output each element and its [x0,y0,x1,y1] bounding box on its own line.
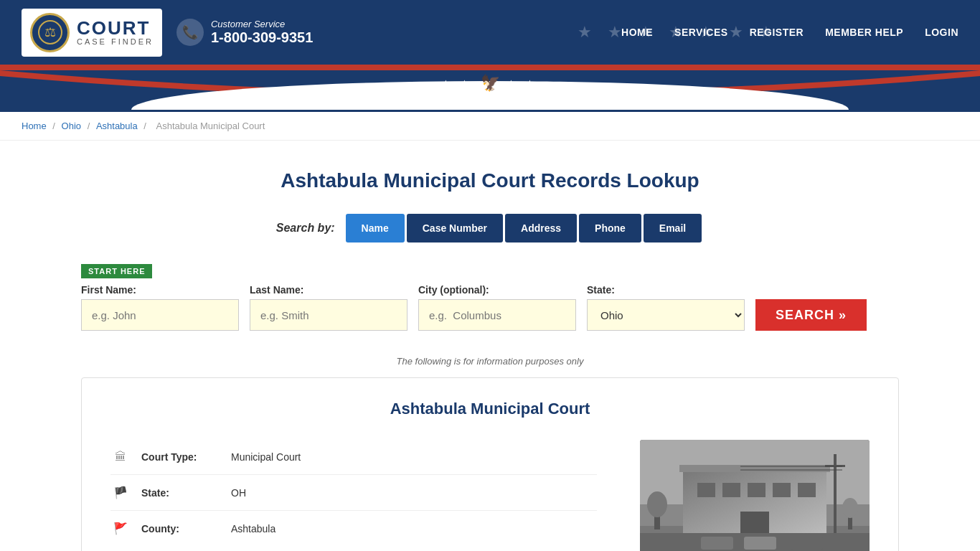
court-county-icon: 🚩 [110,522,131,535]
svg-rect-9 [697,483,715,497]
state-select[interactable]: Ohio Alabama Alaska Arizona California F… [587,299,745,331]
tab-address[interactable]: Address [505,214,577,242]
first-name-label: First Name: [81,284,239,296]
court-type-icon: 🏛 [110,451,131,463]
logo-emblem-svg: ⚖ [37,19,63,45]
stars-right: ★ ★ [507,78,538,88]
breadcrumb-home[interactable]: Home [22,121,47,131]
svg-rect-13 [798,483,816,497]
last-name-group: Last Name: [250,284,407,331]
breadcrumb: Home / Ohio / Ashtabula / Ashtabula Muni… [0,112,980,141]
court-details: 🏛 Court Type: Municipal Court 🏴 State: O… [110,440,870,551]
page-title: Ashtabula Municipal Court Records Lookup [81,169,899,192]
court-image [640,440,870,551]
court-county-label: County: [141,523,220,534]
logo[interactable]: ⚖ COURT CASE FINDER [22,9,162,57]
breadcrumb-ohio[interactable]: Ohio [62,121,81,131]
court-state-row: 🏴 State: OH [110,475,597,511]
court-building-svg [640,440,870,551]
court-county-row: 🚩 County: Ashtabula [110,511,597,546]
court-details-left: 🏛 Court Type: Municipal Court 🏴 State: O… [110,440,597,551]
state-label: State: [587,284,745,296]
search-by-label: Search by: [276,222,335,235]
svg-text:⚖: ⚖ [44,25,56,39]
city-input[interactable] [418,299,576,331]
breadcrumb-ashtabula[interactable]: Ashtabula [96,121,138,131]
breadcrumb-sep-2: / [88,121,93,131]
nav-login[interactable]: LOGIN [925,27,958,38]
search-form: START HERE First Name: Last Name: City (… [81,257,899,345]
site-header: ★ ★ ★ ★ ★ ★ ★ ⚖ COURT CASE FINDER 📞 Cust… [0,0,980,65]
last-name-label: Last Name: [250,284,407,296]
court-county-value: Ashtabula [231,523,275,534]
court-info-title: Ashtabula Municipal Court [110,400,870,418]
court-state-label: State: [141,487,220,499]
eagle-icon: 🦅 [481,74,500,93]
logo-text: COURT CASE FINDER [77,19,154,46]
svg-rect-10 [722,483,740,497]
tab-phone[interactable]: Phone [579,214,641,242]
court-info-box: Ashtabula Municipal Court 🏛 Court Type: … [81,377,899,551]
svg-rect-11 [748,483,765,497]
court-state-value: OH [231,487,246,499]
start-here-badge: START HERE [81,264,152,278]
logo-title: COURT [77,19,154,37]
header-stars-decoration: ★ ★ ★ ★ ★ ★ ★ [578,0,779,65]
svg-point-21 [647,491,667,517]
nav-member-help[interactable]: MEMBER HELP [825,27,903,38]
logo-subtitle: CASE FINDER [77,37,154,46]
cs-phone: 1-800-309-9351 [211,29,313,46]
header-left: ⚖ COURT CASE FINDER 📞 Customer Service 1… [22,9,313,57]
city-group: City (optional): [418,284,576,331]
tab-email[interactable]: Email [644,214,702,242]
info-note: The following is for information purpose… [81,356,899,367]
logo-emblem: ⚖ [30,13,70,52]
svg-rect-12 [773,483,791,497]
court-type-row: 🏛 Court Type: Municipal Court [110,440,597,475]
city-label: City (optional): [418,284,576,296]
last-name-input[interactable] [250,299,407,331]
search-button[interactable]: SEARCH » [755,299,867,331]
state-group: State: Ohio Alabama Alaska Arizona Calif… [587,284,745,331]
cs-label: Customer Service [211,19,313,29]
stars-left: ★ ★ [442,78,473,88]
breadcrumb-current: Ashtabula Municipal Court [156,121,265,131]
red-strip [0,65,980,70]
eagle-banner: ★ ★ 🦅 ★ ★ [442,74,538,93]
main-content: Ashtabula Municipal Court Records Lookup… [60,141,920,551]
court-type-label: Court Type: [141,451,220,463]
first-name-input[interactable] [81,299,239,331]
phone-icon: 📞 [176,19,204,46]
tab-case-number[interactable]: Case Number [407,214,503,242]
customer-service: 📞 Customer Service 1-800-309-9351 [176,19,313,46]
svg-rect-25 [744,537,776,550]
svg-point-23 [842,498,858,518]
svg-rect-26 [791,537,823,550]
court-state-icon: 🏴 [110,486,131,499]
svg-rect-15 [740,512,769,533]
breadcrumb-sep-3: / [143,121,149,131]
search-tabs-row: Search by: Name Case Number Address Phon… [81,214,899,242]
court-type-value: Municipal Court [231,451,301,463]
cs-text: Customer Service 1-800-309-9351 [211,19,313,46]
breadcrumb-sep-1: / [52,121,57,131]
tab-name[interactable]: Name [346,214,405,242]
form-fields-row: First Name: Last Name: City (optional): … [81,284,899,331]
first-name-group: First Name: [81,284,239,331]
svg-rect-24 [701,537,733,550]
